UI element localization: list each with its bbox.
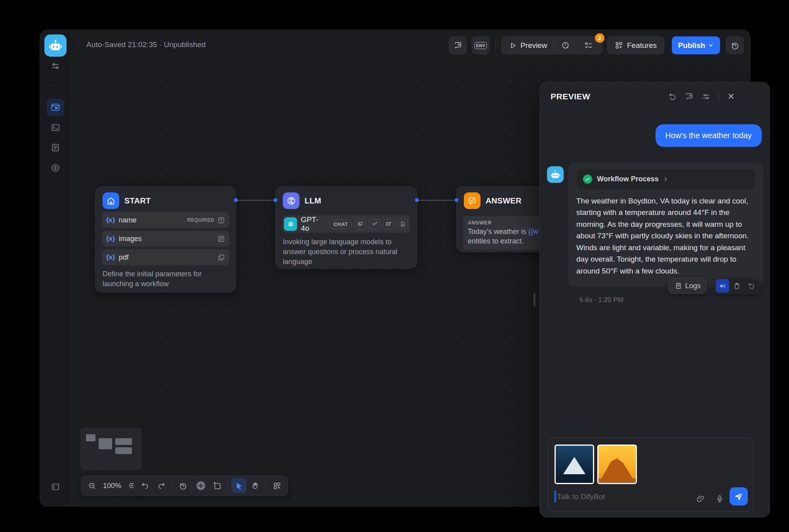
env-icon: ENV xyxy=(475,42,487,49)
sidebar-item-logs[interactable] xyxy=(48,140,63,156)
llm-input-handle[interactable] xyxy=(274,198,277,202)
attached-image-night-mountain[interactable] xyxy=(555,445,594,484)
canvas-tools xyxy=(190,475,288,496)
workflow-process-toggle[interactable]: Workflow Process › xyxy=(576,168,755,190)
features-button[interactable]: Features xyxy=(607,36,664,54)
start-node-title: START xyxy=(124,196,151,205)
preview-title: PREVIEW xyxy=(551,92,590,101)
undo-button[interactable] xyxy=(137,478,152,493)
sidebar-item-monitoring[interactable] xyxy=(48,160,63,176)
minimap-node xyxy=(115,438,132,445)
toolbar-divider xyxy=(172,481,172,490)
answer-input-handle[interactable] xyxy=(455,198,458,202)
audio-capability-icon xyxy=(369,219,380,230)
top-toolbar: ENV Preview xyxy=(40,36,750,54)
speaker-icon[interactable] xyxy=(716,279,729,293)
bot-avatar xyxy=(547,166,564,183)
start-node[interactable]: START {x} name REQUIRED {x} images {x} p xyxy=(95,186,236,293)
publish-button[interactable]: Publish xyxy=(672,36,720,54)
chevron-right-icon: › xyxy=(664,175,667,183)
sidebar-divider xyxy=(50,86,61,86)
sidebar-item-api-terminal[interactable] xyxy=(48,120,63,135)
sidebar xyxy=(40,30,71,506)
document-capability-icon xyxy=(397,219,408,230)
conversation-settings-icon[interactable] xyxy=(702,92,711,101)
start-field-name[interactable]: {x} name REQUIRED xyxy=(102,212,229,228)
restart-conversation-icon[interactable] xyxy=(668,92,677,101)
preview-panel-header: PREVIEW ✕ xyxy=(540,82,770,111)
required-tag: REQUIRED xyxy=(187,217,214,223)
annotation-icon[interactable] xyxy=(685,92,694,101)
send-button[interactable] xyxy=(730,487,748,505)
home-icon xyxy=(103,192,119,209)
toolbar-divider xyxy=(496,40,496,51)
chat-input-box[interactable] xyxy=(548,438,754,511)
run-controls-group: Preview 2 xyxy=(501,36,602,54)
llm-output-handle[interactable] xyxy=(415,198,419,202)
start-node-description: Define the initial parameters for launch… xyxy=(103,269,229,289)
add-note-button[interactable] xyxy=(210,478,225,493)
chevron-down-icon xyxy=(708,42,714,48)
copy-icon[interactable] xyxy=(730,279,743,293)
organize-blocks-button[interactable] xyxy=(269,478,284,493)
checklist-count-badge: 2 xyxy=(595,33,604,43)
attached-image-sunset-mountain[interactable] xyxy=(597,445,637,484)
variable-icon: {x} xyxy=(106,253,115,261)
answer-bubble-check-icon xyxy=(464,192,480,209)
run-history-timer-button[interactable] xyxy=(554,36,577,54)
header-divider xyxy=(719,92,719,101)
llm-model-name: GPT-4o xyxy=(301,215,326,233)
llm-model-selector[interactable]: GPT-4o CHAT xyxy=(282,215,410,233)
toolbar-divider xyxy=(266,481,266,490)
preview-panel: PREVIEW ✕ How's the weather today xyxy=(539,82,770,517)
start-field-images[interactable]: {x} images xyxy=(102,231,229,247)
edge-llm-to-answer xyxy=(417,200,456,201)
version-history-button[interactable] xyxy=(726,36,744,54)
sidebar-item-orchestrate[interactable] xyxy=(47,99,64,116)
preview-run-button[interactable]: Preview xyxy=(502,41,554,50)
attachment-paperclip-icon[interactable] xyxy=(696,494,705,503)
logs-icon xyxy=(675,282,682,290)
panel-resize-handle[interactable] xyxy=(534,293,536,306)
change-history-button[interactable] xyxy=(175,478,191,493)
history-controls xyxy=(134,475,194,496)
zoom-out-button[interactable] xyxy=(84,478,99,493)
openai-logo-icon xyxy=(284,217,297,231)
workflow-process-label: Workflow Process xyxy=(597,175,659,183)
video-capability-icon xyxy=(383,219,394,230)
publish-label: Publish xyxy=(678,41,705,50)
preview-run-label: Preview xyxy=(520,41,547,50)
canvas-minimap[interactable] xyxy=(81,428,141,470)
microphone-icon[interactable] xyxy=(715,494,724,503)
environment-variables-button[interactable]: ENV xyxy=(472,36,490,54)
chat-text-input[interactable] xyxy=(557,489,668,505)
redo-button[interactable] xyxy=(154,478,169,493)
logs-button[interactable]: Logs xyxy=(669,278,707,294)
llm-node[interactable]: LLM GPT-4o CHAT xyxy=(275,186,417,269)
text-caret xyxy=(555,490,556,502)
start-field-pdf[interactable]: {x} pdf xyxy=(102,249,229,265)
toolbar-divider xyxy=(228,481,228,490)
minimap-node xyxy=(99,438,112,449)
workflow-settings-icon[interactable] xyxy=(48,58,63,74)
start-node-header: START xyxy=(95,187,236,212)
variable-icon: {x} xyxy=(106,235,115,243)
collapse-sidebar-icon[interactable] xyxy=(48,479,63,495)
answer-node-title: ANSWER xyxy=(486,196,522,205)
text-input-type-icon xyxy=(217,217,225,224)
file-type-icon xyxy=(217,254,225,261)
add-block-button[interactable] xyxy=(193,478,208,493)
zoom-level[interactable]: 100% xyxy=(101,482,124,490)
regenerate-icon[interactable] xyxy=(744,279,758,293)
llm-node-header: LLM xyxy=(276,187,417,212)
hand-mode-button[interactable] xyxy=(248,478,263,493)
close-icon[interactable]: ✕ xyxy=(728,92,735,101)
start-output-handle[interactable] xyxy=(234,198,238,202)
play-icon xyxy=(509,42,517,49)
response-meta: 5.6s · 1:20 PM xyxy=(579,296,623,304)
variable-icon: {x} xyxy=(106,216,115,224)
user-message-bubble: How's the weather today xyxy=(656,124,762,147)
answer-variable-token: {{w xyxy=(528,228,538,236)
pointer-mode-button[interactable] xyxy=(231,478,246,493)
annotation-button[interactable] xyxy=(449,36,467,54)
